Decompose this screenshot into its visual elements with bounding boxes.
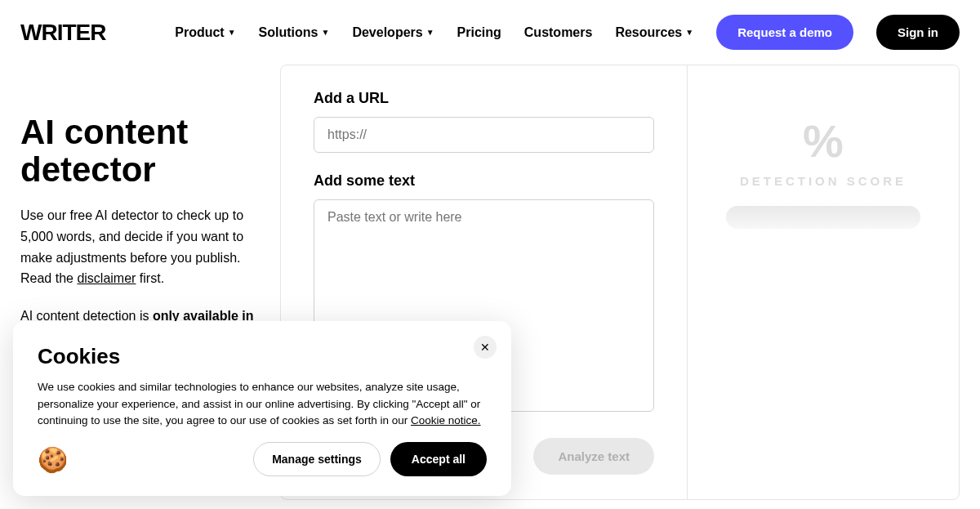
main-nav: Product▼ Solutions▼ Developers▼ Pricing … (175, 15, 960, 50)
score-label: DETECTION SCORE (740, 174, 906, 188)
chevron-down-icon: ▼ (426, 28, 434, 37)
nav-label: Resources (615, 25, 682, 40)
nav-label: Solutions (259, 25, 318, 40)
nav-label: Product (175, 25, 224, 40)
cookie-actions: 🍪 Manage settings Accept all (38, 442, 487, 476)
cookie-title: Cookies (38, 344, 487, 369)
request-demo-button[interactable]: Request a demo (716, 15, 853, 50)
nav-pricing[interactable]: Pricing (457, 25, 501, 40)
cookie-icon: 🍪 (38, 445, 68, 474)
chevron-down-icon: ▼ (322, 28, 330, 37)
cookie-buttons: Manage settings Accept all (253, 442, 487, 476)
chevron-down-icon: ▼ (228, 28, 236, 37)
nav-resources[interactable]: Resources▼ (615, 25, 693, 40)
nav-label: Developers (352, 25, 422, 40)
nav-developers[interactable]: Developers▼ (352, 25, 434, 40)
close-button[interactable]: ✕ (474, 336, 497, 359)
page-title: AI content detector (20, 114, 265, 189)
percent-icon: % (803, 114, 844, 167)
disclaimer-link[interactable]: disclaimer (77, 271, 136, 285)
score-section: % DETECTION SCORE (688, 65, 959, 499)
text: first. (136, 271, 164, 285)
text: AI content detection is (20, 309, 153, 323)
logo[interactable]: WRITER (20, 20, 105, 46)
url-input[interactable] (314, 117, 654, 153)
accept-all-button[interactable]: Accept all (390, 442, 487, 476)
close-icon: ✕ (480, 341, 490, 354)
nav-product[interactable]: Product▼ (175, 25, 235, 40)
nav-customers[interactable]: Customers (524, 25, 593, 40)
cookie-body: We use cookies and similar technologies … (38, 379, 487, 429)
manage-settings-button[interactable]: Manage settings (253, 442, 381, 476)
cookie-notice-link[interactable]: Cookie notice. (411, 414, 481, 426)
url-label: Add a URL (314, 90, 654, 107)
text-label: Add some text (314, 172, 654, 190)
analyze-button[interactable]: Analyze text (533, 438, 654, 475)
header: WRITER Product▼ Solutions▼ Developers▼ P… (0, 0, 980, 65)
nav-solutions[interactable]: Solutions▼ (259, 25, 330, 40)
sign-in-button[interactable]: Sign in (876, 15, 960, 50)
chevron-down-icon: ▼ (685, 28, 693, 37)
score-bar (726, 206, 920, 229)
cookie-banner: ✕ Cookies We use cookies and similar tec… (13, 321, 511, 496)
intro-paragraph-1: Use our free AI detector to check up to … (20, 205, 265, 288)
